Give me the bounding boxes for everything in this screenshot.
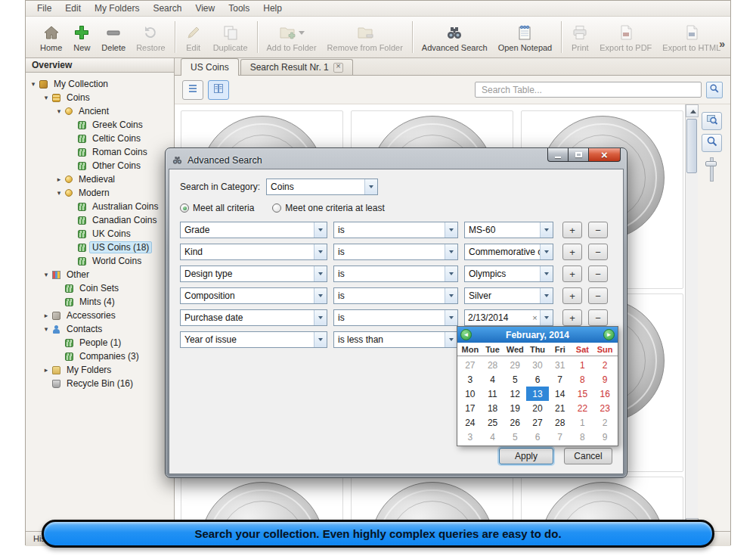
operator-select[interactable]: is less than bbox=[333, 331, 458, 348]
cancel-button[interactable]: Cancel bbox=[564, 448, 612, 464]
calendar-day[interactable]: 11 bbox=[482, 387, 504, 401]
operator-select[interactable]: is bbox=[333, 287, 458, 304]
minimize-button[interactable] bbox=[547, 148, 569, 162]
delete-button[interactable]: Delete bbox=[96, 20, 131, 54]
field-select[interactable]: Composition bbox=[180, 287, 327, 304]
calendar-day[interactable]: 5 bbox=[503, 372, 526, 387]
add-criteria-button[interactable]: + bbox=[562, 244, 582, 260]
calendar-day[interactable]: 10 bbox=[459, 387, 482, 401]
tree-item-roman-coins[interactable]: Roman Coins bbox=[26, 145, 174, 159]
chevron-down-icon[interactable] bbox=[314, 310, 327, 325]
chevron-down-icon[interactable] bbox=[314, 244, 327, 259]
calendar-day[interactable]: 9 bbox=[593, 372, 616, 387]
remove-from-folder-button[interactable]: Remove from Folder bbox=[322, 20, 408, 54]
tree-item-recycle-bin-16[interactable]: Recycle Bin (16) bbox=[26, 377, 174, 390]
operator-select[interactable]: is bbox=[333, 244, 458, 260]
remove-criteria-button[interactable]: − bbox=[588, 222, 608, 238]
calendar-day[interactable]: 15 bbox=[572, 387, 594, 401]
maximize-button[interactable] bbox=[569, 148, 589, 162]
field-select[interactable]: Purchase date bbox=[180, 309, 327, 326]
print-button[interactable]: Print bbox=[565, 20, 594, 54]
calendar-day[interactable]: 2 bbox=[593, 358, 616, 372]
tree-item-contacts[interactable]: ▾Contacts bbox=[26, 322, 174, 336]
export-to-html-button[interactable]: Export to HTML bbox=[657, 20, 726, 54]
close-button[interactable] bbox=[589, 148, 621, 162]
category-select[interactable]: Coins bbox=[266, 179, 378, 195]
menu-item-help[interactable]: Help bbox=[256, 2, 289, 15]
apply-button[interactable]: Apply bbox=[499, 448, 553, 464]
tree-item-ancient[interactable]: ▾Ancient bbox=[26, 104, 174, 118]
value-select[interactable]: Commemorative coin bbox=[464, 244, 553, 260]
tree-item-other-coins[interactable]: Other Coins bbox=[26, 159, 174, 172]
remove-criteria-button[interactable]: − bbox=[588, 244, 608, 260]
chevron-down-icon[interactable] bbox=[540, 244, 553, 259]
restore-button[interactable]: Restore bbox=[131, 20, 171, 54]
chevron-down-icon[interactable] bbox=[540, 288, 553, 303]
collapse-icon[interactable]: ▾ bbox=[54, 189, 64, 197]
chevron-down-icon[interactable] bbox=[364, 179, 377, 194]
dialog-titlebar[interactable]: Advanced Search bbox=[169, 151, 624, 169]
search-table-button[interactable] bbox=[706, 82, 723, 98]
toolbar-overflow-button[interactable]: » bbox=[719, 38, 725, 50]
calendar-day[interactable]: 8 bbox=[572, 372, 594, 387]
chevron-down-icon[interactable] bbox=[314, 288, 327, 303]
field-select[interactable]: Design type bbox=[180, 266, 327, 282]
calendar-day[interactable]: 19 bbox=[503, 401, 526, 415]
preview-button[interactable] bbox=[702, 112, 722, 130]
remove-criteria-button[interactable]: − bbox=[588, 309, 608, 326]
chevron-down-icon[interactable] bbox=[445, 332, 457, 347]
calendar-day[interactable]: 2 bbox=[593, 415, 616, 430]
tree-item-uk-coins[interactable]: UK Coins bbox=[26, 227, 174, 241]
calendar-day[interactable]: 3 bbox=[459, 430, 482, 444]
close-tab-icon[interactable] bbox=[333, 63, 343, 73]
clear-icon[interactable]: × bbox=[530, 313, 540, 322]
field-select[interactable]: Year of issue bbox=[180, 331, 327, 348]
card-view-button[interactable] bbox=[208, 80, 229, 100]
menu-item-file[interactable]: File bbox=[30, 2, 58, 15]
menu-item-search[interactable]: Search bbox=[146, 2, 188, 15]
tree-item-medieval[interactable]: ▸Medieval bbox=[26, 172, 174, 186]
chevron-down-icon[interactable] bbox=[445, 288, 457, 303]
edit-button[interactable]: Edit bbox=[179, 20, 208, 54]
calendar-day[interactable]: 23 bbox=[593, 401, 616, 415]
collapse-icon[interactable]: ▾ bbox=[54, 107, 64, 115]
chevron-down-icon[interactable] bbox=[314, 332, 327, 347]
add-criteria-button[interactable]: + bbox=[562, 266, 582, 282]
calendar-day[interactable]: 14 bbox=[549, 387, 572, 401]
calendar-day[interactable]: 25 bbox=[482, 415, 504, 430]
chevron-down-icon[interactable] bbox=[445, 222, 457, 238]
tree-item-australian-coins[interactable]: Australian Coins bbox=[26, 200, 174, 213]
operator-select[interactable]: is bbox=[333, 222, 458, 238]
calendar-day[interactable]: 22 bbox=[572, 401, 594, 415]
tree-item-people-1[interactable]: People (1) bbox=[26, 336, 174, 349]
open-notepad-button[interactable]: Open Notepad bbox=[493, 20, 558, 54]
calendar-day[interactable]: 1 bbox=[572, 358, 594, 372]
calendar-month-label[interactable]: February, 2014 bbox=[506, 330, 569, 340]
add-criteria-button[interactable]: + bbox=[562, 222, 582, 238]
calendar-day[interactable]: 5 bbox=[503, 430, 526, 444]
tree-item-other[interactable]: ▾Other bbox=[26, 268, 174, 281]
chevron-down-icon[interactable] bbox=[445, 266, 457, 281]
search-table-input[interactable] bbox=[475, 82, 702, 98]
chevron-down-icon[interactable] bbox=[314, 222, 327, 238]
tree-item-celtic-coins[interactable]: Celtic Coins bbox=[26, 132, 174, 145]
dropdown-caret-icon[interactable] bbox=[299, 31, 305, 35]
menu-item-tools[interactable]: Tools bbox=[222, 2, 256, 15]
menu-item-my-folders[interactable]: My Folders bbox=[88, 2, 146, 15]
calendar-day[interactable]: 17 bbox=[459, 401, 482, 415]
operator-select[interactable]: is bbox=[333, 309, 458, 326]
tree-item-accessories[interactable]: ▸Accessories bbox=[26, 309, 174, 322]
calendar-day[interactable]: 27 bbox=[459, 358, 482, 372]
calendar-day[interactable]: 18 bbox=[482, 401, 504, 415]
tab-us-coins[interactable]: US Coins bbox=[181, 58, 239, 76]
calendar-day[interactable]: 28 bbox=[549, 415, 572, 430]
calendar-day[interactable]: 7 bbox=[549, 430, 572, 444]
zoom-slider[interactable] bbox=[704, 156, 719, 183]
radio-meet-all[interactable]: Meet all criteria bbox=[180, 203, 254, 213]
new-button[interactable]: New bbox=[67, 20, 96, 54]
calendar-day[interactable]: 29 bbox=[503, 358, 526, 372]
tree-item-greek-coins[interactable]: Greek Coins bbox=[26, 118, 174, 132]
calendar-day[interactable]: 12 bbox=[503, 387, 526, 401]
zoom-button[interactable] bbox=[702, 134, 722, 152]
expand-icon[interactable]: ▸ bbox=[42, 366, 51, 374]
